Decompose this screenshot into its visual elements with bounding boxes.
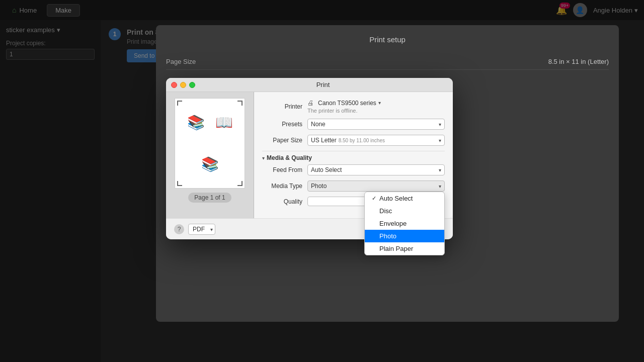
preview-image-3: 📚 — [197, 151, 223, 177]
print-dialog: Print 📚 📖 📚 Page 1 of 1 Printer — [166, 78, 453, 239]
presets-chevron-icon: ▾ — [439, 122, 441, 127]
page-indicator: Page 1 of 1 — [188, 193, 231, 203]
printer-row: Printer 🖨 Canon TS9500 series ▾ The prin… — [262, 99, 445, 114]
dropdown-item-label: Plain Paper — [379, 245, 413, 252]
media-type-label: Media Type — [262, 183, 307, 190]
preview-paper: 📚 📖 📚 — [175, 98, 245, 189]
dialog-title: Print — [198, 81, 448, 88]
presets-value: None — [311, 121, 326, 128]
paper-size-row: Paper Size US Letter 8.50 by 11.00 inche… — [262, 135, 445, 146]
corner-tl — [177, 101, 182, 106]
printer-icon: 🖨 — [307, 99, 314, 107]
close-button[interactable] — [171, 82, 177, 88]
zoom-button[interactable] — [189, 82, 195, 88]
preview-image-1: 📚 — [183, 110, 209, 136]
printer-label: Printer — [262, 103, 307, 110]
media-type-select[interactable]: Photo ▾ — [307, 180, 445, 192]
preview-image-2: 📖 — [211, 110, 237, 136]
dropdown-item-disc[interactable]: ✓ Disc — [365, 205, 444, 217]
printer-value-area: 🖨 Canon TS9500 series ▾ The printer is o… — [307, 99, 381, 114]
presets-label: Presets — [262, 121, 307, 128]
print-setup-title: Print setup — [166, 35, 609, 44]
corner-bl — [177, 181, 182, 186]
help-button[interactable]: ? — [174, 224, 184, 234]
section-chevron-icon: ▾ — [262, 155, 265, 161]
feed-from-chevron-icon: ▾ — [439, 167, 441, 173]
pdf-select[interactable]: PDF — [188, 224, 215, 235]
page-size-label: Page Size — [166, 58, 196, 65]
presets-row: Presets None ▾ — [262, 119, 445, 130]
media-type-chevron-icon: ▾ — [439, 184, 441, 189]
dialog-titlebar: Print — [166, 78, 453, 92]
printer-value: Canon TS9500 series — [318, 100, 376, 107]
dropdown-item-auto-select[interactable]: ✓ Auto Select — [365, 192, 444, 205]
paper-size-value: US Letter — [311, 137, 337, 144]
pdf-dropdown-wrap: PDF — [188, 224, 215, 235]
corner-tr — [237, 101, 243, 106]
dropdown-item-label: Disc — [379, 207, 392, 215]
minimize-button[interactable] — [180, 82, 186, 88]
feed-from-select[interactable]: Auto Select ▾ — [307, 164, 445, 175]
feed-from-row: Feed From Auto Select ▾ — [262, 164, 445, 175]
page-size-value: 8.5 in × 11 in (Letter) — [548, 58, 609, 65]
feed-from-value: Auto Select — [311, 166, 342, 173]
paper-size-sub: 8.50 by 11.00 inches — [339, 138, 385, 143]
printer-chevron-icon: ▾ — [378, 100, 381, 106]
media-quality-header: ▾ Media & Quality — [262, 151, 445, 161]
paper-size-select[interactable]: US Letter 8.50 by 11.00 inches ▾ — [307, 135, 445, 146]
paper-size-chevron-icon: ▾ — [439, 138, 441, 143]
print-form-pane: Printer 🖨 Canon TS9500 series ▾ The prin… — [254, 92, 453, 218]
quality-label: Quality — [262, 198, 307, 205]
media-quality-label: Media & Quality — [267, 154, 312, 161]
dropdown-item-label: Photo — [379, 232, 396, 240]
media-type-dropdown: ✓ Auto Select ✓ Disc ✓ Envelope ✓ Photo — [364, 192, 445, 255]
dropdown-item-envelope[interactable]: ✓ Envelope — [365, 217, 444, 230]
corner-br — [237, 181, 243, 186]
presets-select[interactable]: None ▾ — [307, 119, 445, 130]
dropdown-item-label: Envelope — [379, 220, 407, 227]
dropdown-item-label: Auto Select — [379, 195, 413, 202]
print-setup-page-size-row: Page Size 8.5 in × 11 in (Letter) — [166, 54, 609, 70]
print-preview-pane: 📚 📖 📚 Page 1 of 1 — [166, 92, 254, 218]
check-mark-icon: ✓ — [372, 195, 376, 202]
dialog-body: 📚 📖 📚 Page 1 of 1 Printer 🖨 Canon TS9500… — [166, 92, 453, 218]
dropdown-item-photo[interactable]: ✓ Photo — [365, 230, 444, 242]
dropdown-item-plain-paper[interactable]: ✓ Plain Paper — [365, 242, 444, 255]
feed-from-label: Feed From — [262, 166, 307, 173]
media-type-value: Photo — [311, 183, 327, 190]
printer-offline-text: The printer is offline. — [307, 108, 381, 114]
paper-size-label: Paper Size — [262, 137, 307, 144]
media-type-row: Media Type Photo ▾ ✓ Auto Select ✓ Disc — [262, 180, 445, 192]
